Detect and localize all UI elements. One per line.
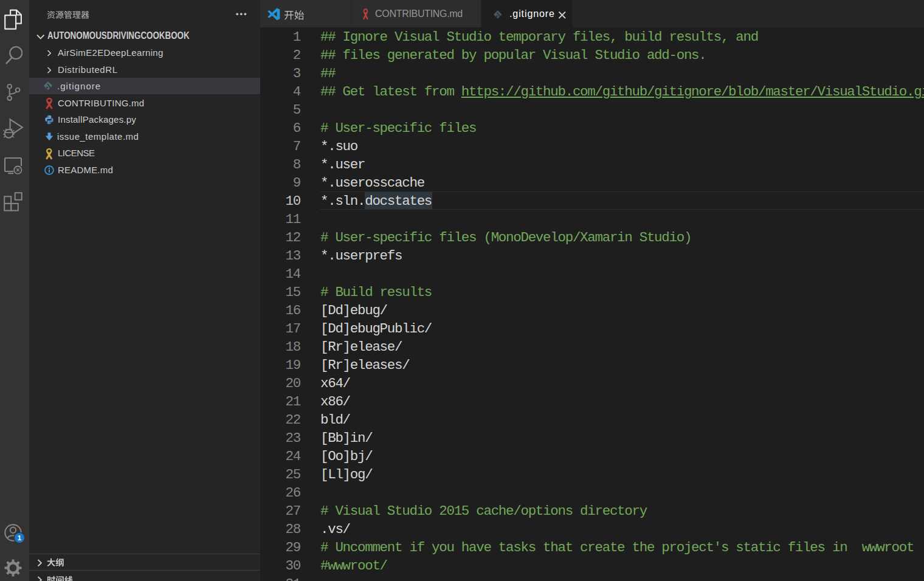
svg-text:1: 1 — [18, 534, 22, 541]
